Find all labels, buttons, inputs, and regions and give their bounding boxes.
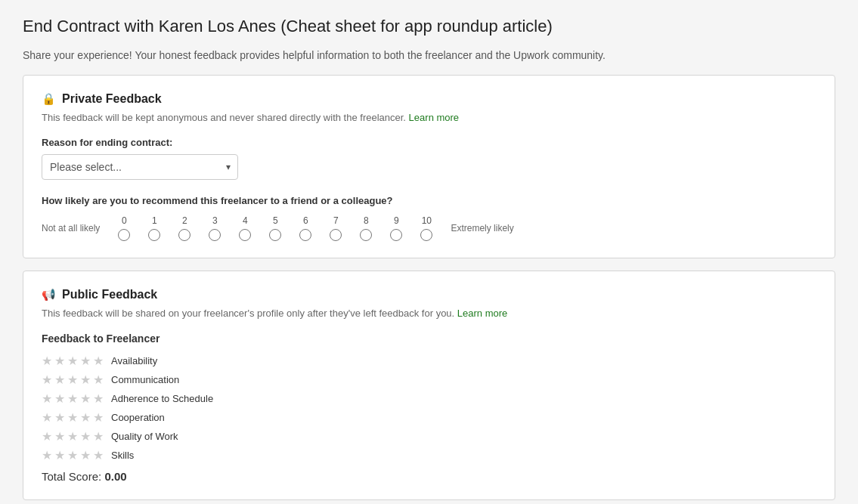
star-cooperation-3[interactable]: ★ bbox=[67, 410, 78, 425]
feedback-row-availability: ★ ★ ★ ★ ★ Availability bbox=[42, 354, 816, 368]
star-adherence-3[interactable]: ★ bbox=[67, 391, 78, 406]
likelihood-radio-10[interactable] bbox=[420, 229, 432, 241]
likelihood-radio-1[interactable] bbox=[148, 229, 160, 241]
likelihood-option-4: 4 bbox=[230, 215, 260, 241]
likelihood-num-1: 1 bbox=[152, 215, 157, 226]
total-score-value: 0.00 bbox=[104, 470, 126, 483]
star-quality-1[interactable]: ★ bbox=[42, 429, 52, 444]
likelihood-option-2: 2 bbox=[169, 215, 200, 241]
stars-communication: ★ ★ ★ ★ ★ bbox=[42, 373, 104, 387]
public-feedback-learn-more[interactable]: Learn more bbox=[457, 308, 507, 319]
private-feedback-header: 🔒 Private Feedback bbox=[42, 92, 816, 106]
likelihood-radio-2[interactable] bbox=[178, 229, 190, 241]
likelihood-option-0: 0 bbox=[109, 215, 139, 241]
star-skills-5[interactable]: ★ bbox=[93, 448, 104, 462]
feedback-row-communication: ★ ★ ★ ★ ★ Communication bbox=[42, 373, 816, 387]
likelihood-num-6: 6 bbox=[303, 215, 308, 226]
megaphone-icon: 📢 bbox=[42, 288, 56, 301]
star-availability-5[interactable]: ★ bbox=[93, 354, 104, 368]
reason-label: Reason for ending contract: bbox=[42, 137, 816, 148]
likelihood-option-6: 6 bbox=[290, 215, 321, 241]
star-skills-4[interactable]: ★ bbox=[80, 448, 91, 462]
private-feedback-description: This feedback will be kept anonymous and… bbox=[42, 112, 816, 123]
star-communication-3[interactable]: ★ bbox=[67, 373, 78, 387]
star-quality-4[interactable]: ★ bbox=[80, 429, 91, 444]
star-skills-3[interactable]: ★ bbox=[67, 448, 78, 462]
star-adherence-4[interactable]: ★ bbox=[80, 391, 91, 406]
star-quality-2[interactable]: ★ bbox=[54, 429, 65, 444]
category-adherence: Adherence to Schedule bbox=[111, 393, 232, 404]
category-cooperation: Cooperation bbox=[111, 412, 232, 423]
star-cooperation-2[interactable]: ★ bbox=[54, 410, 65, 425]
star-availability-2[interactable]: ★ bbox=[54, 354, 65, 368]
likelihood-radio-4[interactable] bbox=[239, 229, 251, 241]
star-availability-4[interactable]: ★ bbox=[80, 354, 91, 368]
star-adherence-1[interactable]: ★ bbox=[42, 391, 52, 406]
stars-quality: ★ ★ ★ ★ ★ bbox=[42, 429, 104, 444]
extremely-likely-label: Extremely likely bbox=[451, 223, 513, 233]
likelihood-num-3: 3 bbox=[212, 215, 218, 226]
star-cooperation-4[interactable]: ★ bbox=[80, 410, 91, 425]
reason-select[interactable]: Please select... Job completed Hired som… bbox=[42, 154, 238, 180]
likelihood-radio-8[interactable] bbox=[360, 229, 372, 241]
likelihood-radio-3[interactable] bbox=[209, 229, 221, 241]
not-likely-label: Not at all likely bbox=[42, 223, 100, 233]
likelihood-radio-6[interactable] bbox=[299, 229, 311, 241]
star-adherence-5[interactable]: ★ bbox=[93, 391, 104, 406]
star-quality-5[interactable]: ★ bbox=[93, 429, 104, 444]
category-availability: Availability bbox=[111, 355, 232, 366]
likelihood-radio-5[interactable] bbox=[269, 229, 281, 241]
recommend-question: How likely are you to recommend this fre… bbox=[42, 195, 816, 206]
likelihood-options: 0 1 2 3 4 5 6 bbox=[109, 215, 441, 241]
likelihood-option-8: 8 bbox=[351, 215, 381, 241]
stars-availability: ★ ★ ★ ★ ★ bbox=[42, 354, 104, 368]
likelihood-option-5: 5 bbox=[260, 215, 290, 241]
likelihood-row: Not at all likely 0 1 2 3 4 bbox=[42, 215, 816, 241]
likelihood-radio-0[interactable] bbox=[118, 229, 130, 241]
likelihood-num-5: 5 bbox=[273, 215, 278, 226]
likelihood-option-10: 10 bbox=[411, 215, 441, 241]
star-availability-1[interactable]: ★ bbox=[42, 354, 52, 368]
star-cooperation-1[interactable]: ★ bbox=[42, 410, 52, 425]
likelihood-option-9: 9 bbox=[381, 215, 411, 241]
likelihood-num-10: 10 bbox=[422, 215, 432, 226]
feedback-row-adherence: ★ ★ ★ ★ ★ Adherence to Schedule bbox=[42, 391, 816, 406]
star-availability-3[interactable]: ★ bbox=[67, 354, 78, 368]
likelihood-option-1: 1 bbox=[139, 215, 169, 241]
likelihood-num-0: 0 bbox=[122, 215, 127, 226]
star-communication-1[interactable]: ★ bbox=[42, 373, 52, 387]
feedback-row-cooperation: ★ ★ ★ ★ ★ Cooperation bbox=[42, 410, 816, 425]
stars-skills: ★ ★ ★ ★ ★ bbox=[42, 448, 104, 462]
lock-icon: 🔒 bbox=[42, 92, 56, 106]
star-communication-5[interactable]: ★ bbox=[93, 373, 104, 387]
private-feedback-title: Private Feedback bbox=[62, 92, 162, 106]
star-skills-2[interactable]: ★ bbox=[54, 448, 65, 462]
public-feedback-card: 📢 Public Feedback This feedback will be … bbox=[23, 271, 835, 500]
feedback-row-quality: ★ ★ ★ ★ ★ Quality of Work bbox=[42, 429, 816, 444]
stars-adherence: ★ ★ ★ ★ ★ bbox=[42, 391, 104, 406]
star-quality-3[interactable]: ★ bbox=[67, 429, 78, 444]
page-title: End Contract with Karen Los Anes (Cheat … bbox=[23, 15, 835, 39]
likelihood-num-4: 4 bbox=[243, 215, 248, 226]
likelihood-num-7: 7 bbox=[333, 215, 339, 226]
reason-select-wrapper: Please select... Job completed Hired som… bbox=[42, 154, 238, 180]
star-skills-1[interactable]: ★ bbox=[42, 448, 52, 462]
star-communication-2[interactable]: ★ bbox=[54, 373, 65, 387]
star-adherence-2[interactable]: ★ bbox=[54, 391, 65, 406]
private-feedback-learn-more[interactable]: Learn more bbox=[409, 112, 459, 123]
star-cooperation-5[interactable]: ★ bbox=[93, 410, 104, 425]
likelihood-radio-9[interactable] bbox=[390, 229, 402, 241]
public-feedback-header: 📢 Public Feedback bbox=[42, 288, 816, 301]
likelihood-num-2: 2 bbox=[182, 215, 187, 226]
category-quality: Quality of Work bbox=[111, 431, 232, 442]
public-feedback-title: Public Feedback bbox=[62, 288, 157, 301]
stars-cooperation: ★ ★ ★ ★ ★ bbox=[42, 410, 104, 425]
category-skills: Skills bbox=[111, 450, 232, 461]
total-score: Total Score: 0.00 bbox=[42, 470, 816, 483]
likelihood-option-7: 7 bbox=[321, 215, 351, 241]
likelihood-radio-7[interactable] bbox=[330, 229, 342, 241]
likelihood-num-9: 9 bbox=[394, 215, 399, 226]
category-communication: Communication bbox=[111, 374, 232, 385]
likelihood-num-8: 8 bbox=[364, 215, 369, 226]
star-communication-4[interactable]: ★ bbox=[80, 373, 91, 387]
